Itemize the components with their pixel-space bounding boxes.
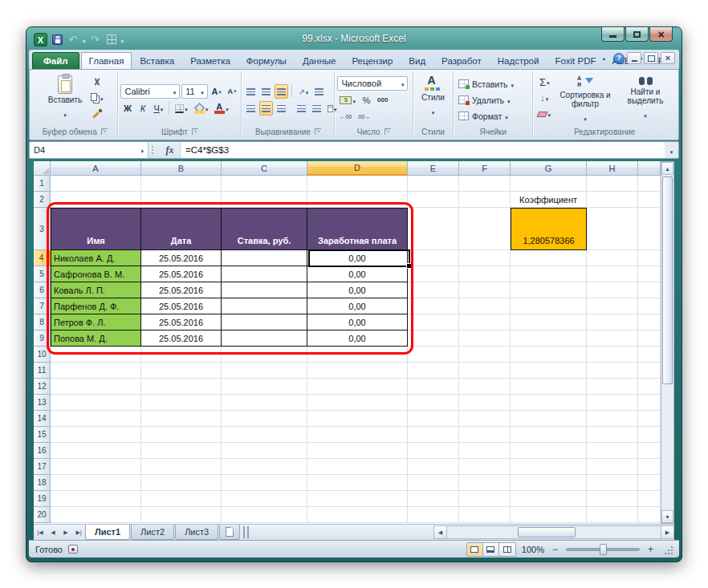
cell-A10[interactable] xyxy=(51,347,141,363)
cell-C7[interactable] xyxy=(222,298,307,314)
cell-G7[interactable] xyxy=(511,298,587,314)
row-header-13[interactable]: 13 xyxy=(34,395,51,411)
cell-E4[interactable] xyxy=(408,250,459,266)
cell-H2[interactable] xyxy=(587,192,638,208)
ribbon-tab-Рецензир[interactable]: Рецензир xyxy=(344,52,401,69)
cell-B20[interactable] xyxy=(141,507,222,523)
cell-H4[interactable] xyxy=(587,250,638,266)
name-box[interactable]: D4 xyxy=(30,142,149,158)
orientation-button[interactable] xyxy=(295,84,311,99)
row-header-3[interactable]: 3 xyxy=(34,208,51,250)
scroll-left-button[interactable] xyxy=(434,526,447,538)
cell-A9[interactable]: Попова М. Д. xyxy=(51,330,141,347)
cell-G2[interactable]: Коэффициент xyxy=(511,192,587,208)
cell-A20[interactable] xyxy=(51,507,141,523)
cell-E16[interactable] xyxy=(408,443,459,459)
ribbon-tab-Разработ[interactable]: Разработ xyxy=(433,52,490,69)
scroll-up-button[interactable] xyxy=(661,162,673,175)
insert-function-button[interactable]: fx xyxy=(160,142,181,158)
cell-C20[interactable] xyxy=(222,507,307,523)
cell-A14[interactable] xyxy=(51,411,141,427)
cell-H11[interactable] xyxy=(587,363,638,379)
cell-F20[interactable] xyxy=(459,507,511,523)
cell-F14[interactable] xyxy=(459,411,511,427)
insert-cells-button[interactable]: Вставить xyxy=(456,76,531,91)
ribbon-tab-Foxit PDF[interactable]: Foxit PDF xyxy=(547,52,604,69)
cell-A17[interactable] xyxy=(51,459,141,475)
row-header-14[interactable]: 14 xyxy=(34,411,51,427)
cell-E2[interactable] xyxy=(408,192,459,208)
row-header-11[interactable]: 11 xyxy=(34,363,51,379)
cell-F9[interactable] xyxy=(459,330,511,347)
cell-H7[interactable] xyxy=(587,298,638,314)
cell-G17[interactable] xyxy=(511,459,587,475)
align-center-button[interactable] xyxy=(259,101,273,116)
row-header-18[interactable]: 18 xyxy=(34,475,51,491)
cell-B18[interactable] xyxy=(141,475,222,491)
row-header-10[interactable]: 10 xyxy=(34,347,51,363)
cell-F15[interactable] xyxy=(459,427,511,443)
vertical-scrollbar[interactable] xyxy=(661,161,674,524)
zoom-slider-thumb[interactable] xyxy=(600,544,607,555)
cell-A6[interactable]: Коваль Л. П. xyxy=(51,282,141,298)
cell-D18[interactable] xyxy=(307,475,408,491)
cell-F5[interactable] xyxy=(459,266,511,282)
horizontal-scroll-track[interactable] xyxy=(447,526,661,538)
next-sheet-button[interactable] xyxy=(59,525,72,540)
cell-C15[interactable] xyxy=(222,427,307,443)
autosum-button[interactable]: Σ xyxy=(535,75,553,89)
cell-F7[interactable] xyxy=(459,298,511,314)
cell-E3[interactable] xyxy=(408,208,459,250)
cell-H16[interactable] xyxy=(587,443,638,459)
column-header-H[interactable]: H xyxy=(587,161,638,176)
cell-H9[interactable] xyxy=(587,330,638,347)
cell-A13[interactable] xyxy=(51,395,141,411)
page-break-view-button[interactable] xyxy=(499,543,515,556)
cell-E15[interactable] xyxy=(408,427,459,443)
cell-E20[interactable] xyxy=(408,507,459,523)
cell-A4[interactable]: Николаев А. Д. xyxy=(51,250,141,266)
cell-F19[interactable] xyxy=(459,491,511,507)
font-color-button[interactable] xyxy=(212,101,231,116)
bold-button[interactable]: Ж xyxy=(120,101,134,116)
cell-D1[interactable] xyxy=(307,176,408,192)
cell-B16[interactable] xyxy=(141,443,222,459)
cell-G5[interactable] xyxy=(511,266,587,282)
cell-B1[interactable] xyxy=(141,176,222,192)
cell-E11[interactable] xyxy=(408,363,459,379)
cell-A8[interactable]: Петров Ф. Л. xyxy=(51,314,141,330)
cell-B9[interactable]: 25.05.2016 xyxy=(141,330,222,347)
row-header-17[interactable]: 17 xyxy=(34,459,51,475)
cell-B2[interactable] xyxy=(141,192,222,208)
cell-F1[interactable] xyxy=(459,176,511,192)
align-top-button[interactable] xyxy=(244,84,258,99)
cell-H8[interactable] xyxy=(587,314,638,330)
dialog-launcher-icon[interactable] xyxy=(385,128,391,135)
fill-button[interactable] xyxy=(535,91,553,105)
help-icon[interactable] xyxy=(613,53,625,64)
horizontal-scroll-thumb[interactable] xyxy=(518,527,576,537)
column-header-F[interactable]: F xyxy=(459,161,511,176)
cell-E9[interactable] xyxy=(408,330,459,347)
zoom-slider[interactable] xyxy=(566,548,640,551)
row-header-5[interactable]: 5 xyxy=(34,266,51,282)
formula-input[interactable]: =C4*$G$3 xyxy=(181,142,665,158)
wrap-text-button[interactable] xyxy=(312,84,326,99)
cell-C13[interactable] xyxy=(222,395,307,411)
column-header-D[interactable]: D xyxy=(307,161,408,176)
dialog-launcher-icon[interactable] xyxy=(101,128,108,135)
cell-F18[interactable] xyxy=(459,475,511,491)
row-header-9[interactable]: 9 xyxy=(34,330,51,347)
cell-C1[interactable] xyxy=(222,176,307,192)
cell-D19[interactable] xyxy=(307,491,408,507)
row-header-7[interactable]: 7 xyxy=(34,298,51,314)
cell-B11[interactable] xyxy=(141,363,222,379)
cell-E7[interactable] xyxy=(408,298,459,314)
cell-F8[interactable] xyxy=(459,314,511,330)
cell-A7[interactable]: Парфенов Д. Ф. xyxy=(51,298,141,314)
cell-H13[interactable] xyxy=(587,395,638,411)
cell-B19[interactable] xyxy=(141,491,222,507)
increase-decimal-button[interactable] xyxy=(337,110,354,124)
scroll-right-button[interactable] xyxy=(661,526,673,538)
row-header-1[interactable]: 1 xyxy=(34,176,51,192)
